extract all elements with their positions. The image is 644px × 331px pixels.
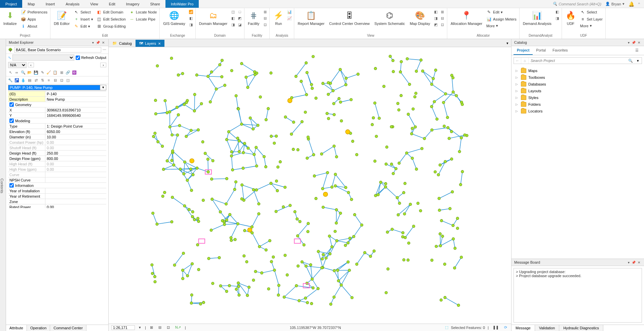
facility-button[interactable]: ⋕Facility: [246, 9, 261, 27]
property-row[interactable]: Constant Power (hp)0.00: [8, 140, 106, 145]
catalog-search-input[interactable]: [529, 58, 627, 64]
tb2-5[interactable]: ⇄: [33, 77, 39, 83]
catalog-item-folders[interactable]: ▷Folders: [514, 101, 641, 108]
property-row[interactable]: DescriptionNew Pump: [8, 97, 106, 102]
analysis-opt-1[interactable]: 📊: [287, 9, 293, 15]
view-opt-1[interactable]: ◧: [433, 9, 439, 15]
gis-gateway-button[interactable]: 🌐GIS Gateway: [161, 9, 187, 27]
demand-opt-1[interactable]: ◧: [554, 9, 560, 15]
property-row[interactable]: Information: [8, 183, 106, 188]
close-icon[interactable]: ✕: [637, 41, 641, 44]
tb-erase[interactable]: 🧹: [46, 69, 52, 75]
run-button[interactable]: ⚡Run: [271, 9, 286, 27]
tb-edit[interactable]: ✎: [39, 69, 45, 75]
collapse-ribbon-icon[interactable]: ^: [638, 2, 640, 6]
catalog-item-styles[interactable]: ▷Styles: [514, 94, 641, 101]
validation-tab[interactable]: Validation: [535, 325, 560, 331]
udf-select-button[interactable]: ↖Select: [579, 9, 604, 15]
element-select-dropdown[interactable]: ▾: [100, 85, 106, 90]
tab-share[interactable]: Share: [145, 0, 165, 8]
db-editor-button[interactable]: 📝DB Editor: [52, 9, 72, 27]
edit-domain-button[interactable]: ◧Edit Domain: [95, 9, 127, 15]
domain-opt-5[interactable]: ◩: [237, 15, 243, 21]
tb2-8[interactable]: ⊟: [52, 77, 58, 83]
property-row[interactable]: Y1684149.999606540: [8, 113, 106, 118]
domain-opt-2[interactable]: ◧: [230, 15, 236, 21]
exchange-opt-2[interactable]: ◧: [188, 15, 194, 21]
panel-options-icon[interactable]: ▾: [91, 41, 95, 44]
allocator-more-button[interactable]: More ▾: [485, 23, 518, 29]
pause-icon[interactable]: ❚❚: [491, 325, 500, 330]
refresh-output-checkbox[interactable]: Refresh Output: [76, 56, 106, 60]
na-select[interactable]: N/A: [8, 62, 27, 68]
tb-link[interactable]: ∞: [14, 69, 20, 75]
attribute-tab[interactable]: Attribute: [6, 325, 27, 331]
tb2-4[interactable]: ▤: [27, 77, 33, 83]
tb2-1[interactable]: 🔧: [7, 77, 13, 83]
locate-node-button[interactable]: ●Locate Node: [128, 9, 158, 15]
tab-project[interactable]: Project: [0, 0, 22, 8]
operation-tab[interactable]: Operation: [27, 325, 50, 331]
catalog-search-icon[interactable]: 🔍: [627, 58, 634, 64]
property-row[interactable]: Zone: [8, 199, 106, 204]
sb-tool-1[interactable]: ⊞: [149, 325, 154, 330]
catalog-item-databases[interactable]: ▷Databases: [514, 81, 641, 88]
element-select-input[interactable]: [8, 85, 100, 90]
map-display-button[interactable]: 🎨Map Display: [408, 9, 432, 27]
sb-tool-2[interactable]: ⊟: [157, 325, 163, 330]
assign-meters-button[interactable]: 📊Assign Meters: [485, 16, 518, 23]
view-opt-3[interactable]: ◩: [433, 22, 439, 28]
tb2-7[interactable]: ≡: [46, 77, 52, 83]
command-center-tab[interactable]: Command Center: [50, 325, 86, 331]
pin-icon[interactable]: 📌: [631, 261, 637, 264]
catalog-item-maps[interactable]: ▷Maps: [514, 67, 641, 74]
property-row[interactable]: High Flow (gpm)0.00: [8, 167, 106, 172]
scale-dropdown[interactable]: ▾: [138, 325, 142, 330]
property-row[interactable]: Geometry: [8, 102, 106, 107]
message-tab[interactable]: Message: [512, 325, 535, 331]
set-layer-button[interactable]: ≡Set Layer: [579, 16, 604, 23]
selected-features-label[interactable]: Selected Features: 0: [451, 326, 485, 330]
domain-opt-6[interactable]: ◪: [237, 22, 243, 28]
property-row[interactable]: High Head (ft)0.00: [8, 161, 106, 167]
tb-copy[interactable]: 📋: [52, 69, 58, 75]
filter-select[interactable]: [12, 55, 74, 61]
catalog-item-layouts[interactable]: ▷Layouts: [514, 88, 641, 94]
preferences-button[interactable]: 📝Preferences: [20, 9, 49, 15]
catalog-menu-icon[interactable]: ☰: [632, 46, 642, 55]
allocation-manager-button[interactable]: 📍Allocation Manager: [449, 9, 484, 27]
close-icon[interactable]: ✕: [637, 261, 641, 264]
allocator-edit-button[interactable]: ✎Edit ▾: [485, 9, 518, 15]
exchange-opt-1[interactable]: 📶: [188, 9, 194, 15]
panel-options-icon[interactable]: ▾: [627, 261, 631, 264]
close-tab-icon[interactable]: ✕: [158, 42, 161, 45]
tab-imagery[interactable]: Imagery: [121, 0, 145, 8]
udf-more-button[interactable]: More ▾: [579, 23, 604, 29]
tb2-6[interactable]: ⇅: [39, 77, 45, 83]
about-button[interactable]: ℹAbout: [20, 23, 49, 30]
tb2-10[interactable]: ◫: [65, 77, 71, 83]
property-row[interactable]: (ID)P-140: [8, 91, 106, 97]
property-row[interactable]: Modeling: [8, 118, 106, 124]
select-button[interactable]: ↖Select: [72, 9, 94, 15]
catalog-doc-tab[interactable]: 📁Catalog: [109, 39, 136, 47]
tb2-2[interactable]: 🚰: [14, 77, 20, 83]
tab-insert[interactable]: Insert: [40, 0, 61, 8]
tb-table[interactable]: ⊞: [59, 69, 65, 75]
domain-opt-4[interactable]: □: [237, 9, 243, 15]
property-row[interactable]: Shutoff Head (ft)0.00: [8, 145, 106, 151]
domain-manager-button[interactable]: 🗂Domain Manager: [197, 9, 229, 27]
hydraulic-diagnostics-tab[interactable]: Hydraulic Diagnostics: [559, 325, 603, 331]
tool-icon[interactable]: ⤡: [8, 56, 11, 60]
property-row[interactable]: X3096623.816396710: [8, 107, 106, 113]
doc-tabs-menu[interactable]: ▾: [504, 40, 511, 47]
tab-infowater-pro[interactable]: InfoWater Pro: [165, 0, 199, 8]
catalog-favorites-tab[interactable]: Favorites: [549, 46, 571, 55]
property-row[interactable]: Elevation (ft)6050.00: [8, 129, 106, 134]
initialize-button[interactable]: ⬇Initialize: [1, 9, 19, 27]
insert-button[interactable]: +Insert ▾: [72, 16, 94, 23]
system-schematic-button[interactable]: ⌬System Schematic: [372, 9, 407, 27]
tb-chain[interactable]: 🔗: [65, 69, 71, 75]
tb-zoom[interactable]: 🔍: [20, 69, 26, 75]
view-opt-6[interactable]: ⊡: [440, 22, 446, 28]
